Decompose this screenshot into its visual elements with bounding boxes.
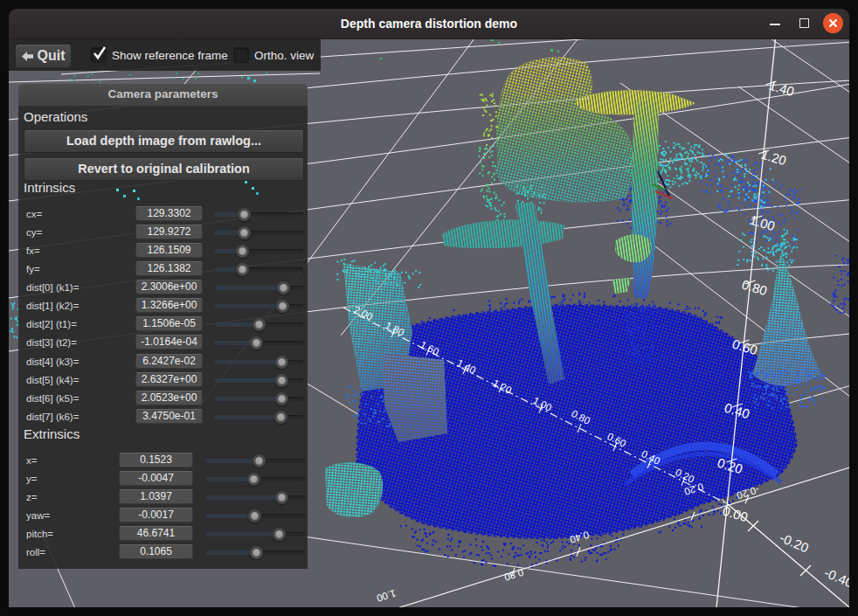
- svg-text:1.40: 1.40: [767, 78, 796, 100]
- svg-text:1.00: 1.00: [748, 212, 777, 234]
- svg-text:1.20: 1.20: [759, 147, 788, 169]
- svg-text:-0.40: -0.40: [822, 564, 849, 590]
- svg-text:0.80: 0.80: [740, 277, 769, 299]
- svg-text:1.00: 1.00: [376, 588, 398, 604]
